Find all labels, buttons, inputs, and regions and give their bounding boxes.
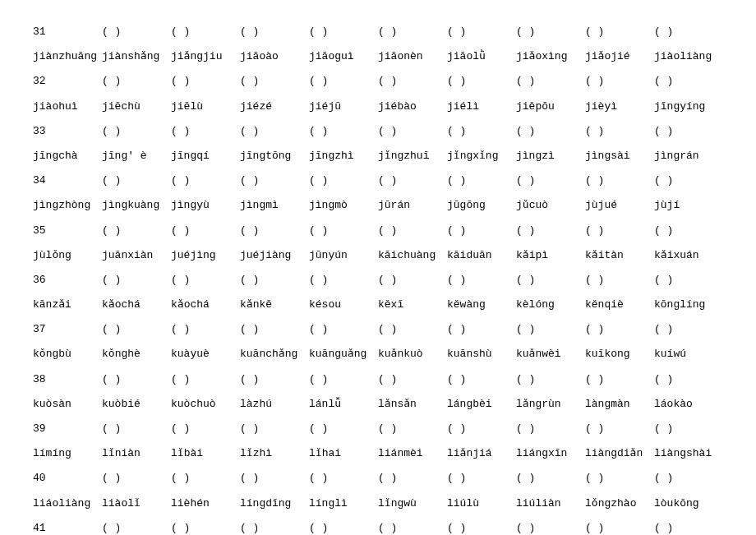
blank-cell: ( ) bbox=[102, 422, 171, 436]
blank-cell: 36 bbox=[33, 273, 102, 288]
pinyin-word: lǐngwù bbox=[378, 497, 417, 510]
pinyin-word: jīngchà bbox=[33, 150, 78, 162]
blank-cell: ( ) bbox=[240, 124, 309, 139]
pinyin-word: liánmèi bbox=[378, 447, 423, 459]
blank-cell: ( ) bbox=[516, 25, 585, 39]
blank-parens: ( ) bbox=[240, 522, 259, 534]
pinyin-cell: kuīkong bbox=[585, 347, 654, 362]
pinyin-cell: jiěpōu bbox=[516, 99, 585, 114]
pinyin-word: jūrán bbox=[378, 199, 410, 211]
blank-cell: ( ) bbox=[240, 25, 309, 39]
pinyin-word: kǎitàn bbox=[585, 249, 624, 261]
blank-parens: ( ) bbox=[654, 472, 673, 484]
pinyin-cell: lǐzhì bbox=[240, 446, 309, 461]
blank-parens: ( ) bbox=[447, 25, 466, 38]
pinyin-cell: lǐngwù bbox=[378, 496, 447, 511]
pinyin-word: jīngqí bbox=[171, 150, 210, 162]
blank-parens: ( ) bbox=[309, 522, 328, 534]
blank-parens: ( ) bbox=[240, 224, 259, 237]
blank-cell: 41 bbox=[33, 521, 102, 535]
pinyin-word: jiēchù bbox=[102, 100, 141, 113]
pinyin-word: liǎnjiá bbox=[447, 447, 492, 459]
pinyin-cell: liúliàn bbox=[516, 496, 585, 511]
pinyin-cell: kěwàng bbox=[447, 297, 516, 312]
blank-cell: ( ) bbox=[378, 74, 447, 89]
blank-parens: ( ) bbox=[102, 75, 121, 87]
pinyin-cell: kuíwú bbox=[654, 347, 723, 362]
pinyin-cell: kǎitàn bbox=[585, 248, 654, 263]
pinyin-word: jiāoguì bbox=[309, 50, 354, 62]
pinyin-cell: jiélì bbox=[447, 99, 516, 114]
blank-cell: 31 bbox=[33, 25, 102, 39]
blank-parens: ( ) bbox=[171, 373, 190, 385]
blank-parens: ( ) bbox=[309, 422, 328, 435]
pinyin-word: jùjué bbox=[585, 199, 617, 211]
pinyin-cell: kǒngbù bbox=[33, 347, 102, 362]
pinyin-word: jǐngzhuī bbox=[378, 150, 429, 162]
pinyin-word: kěxī bbox=[378, 298, 403, 311]
blank-cell: ( ) bbox=[240, 521, 309, 535]
pinyin-word: kǒnghè bbox=[102, 348, 141, 360]
blank-cell: ( ) bbox=[516, 471, 585, 486]
blank-cell: ( ) bbox=[309, 224, 378, 238]
blank-cell: ( ) bbox=[171, 25, 240, 39]
blank-cell: ( ) bbox=[102, 173, 171, 188]
pinyin-word: juānxiàn bbox=[102, 249, 153, 261]
pinyin-word: jiǎngjiu bbox=[171, 50, 222, 62]
blank-cell: ( ) bbox=[171, 173, 240, 188]
pinyin-word: kǎipì bbox=[516, 249, 548, 261]
pinyin-cell: jūnyún bbox=[309, 248, 378, 263]
blank-cell: ( ) bbox=[171, 471, 240, 486]
pinyin-cell: jiébào bbox=[378, 99, 447, 114]
pinyin-word: jiěpōu bbox=[516, 100, 555, 113]
pinyin-word: lǐbài bbox=[171, 447, 203, 459]
blank-cell: 37 bbox=[33, 322, 102, 337]
blank-cell: ( ) bbox=[516, 322, 585, 337]
blank-cell: ( ) bbox=[102, 521, 171, 535]
blank-parens: ( ) bbox=[516, 224, 535, 237]
blank-parens: ( ) bbox=[378, 25, 397, 38]
pinyin-cell: kuòsàn bbox=[33, 397, 102, 412]
pinyin-word: kuàyuè bbox=[171, 348, 210, 360]
blank-parens: ( ) bbox=[654, 422, 673, 435]
blank-cell: ( ) bbox=[654, 124, 723, 139]
blank-cell: ( ) bbox=[378, 124, 447, 139]
blank-cell: ( ) bbox=[447, 322, 516, 337]
pinyin-cell: jièyì bbox=[585, 99, 654, 114]
pinyin-word: kǎochá bbox=[102, 298, 141, 311]
pinyin-word: lánlǚ bbox=[309, 398, 341, 410]
word-row: límínglǐniànlǐbàilǐzhìlǐhailiánmèiliǎnji… bbox=[33, 446, 723, 461]
pinyin-word: jiǎojié bbox=[585, 50, 630, 62]
blank-cell: ( ) bbox=[447, 224, 516, 238]
pinyin-word: jūgōng bbox=[447, 199, 486, 211]
pinyin-word: kuīkong bbox=[585, 348, 630, 360]
pinyin-cell: jīngqí bbox=[171, 149, 240, 164]
blank-parens: ( ) bbox=[102, 125, 121, 137]
blank-parens: ( ) bbox=[378, 522, 397, 534]
pinyin-cell: jiēchù bbox=[102, 99, 171, 114]
pinyin-word: língdīng bbox=[240, 497, 291, 510]
blank-parens: ( ) bbox=[378, 422, 397, 435]
blank-cell: 39 bbox=[33, 422, 102, 436]
blank-cell: ( ) bbox=[102, 471, 171, 486]
pinyin-word: làzhú bbox=[240, 398, 272, 410]
blank-parens: 39 bbox=[33, 422, 46, 435]
pinyin-word: línglì bbox=[309, 497, 348, 510]
word-row: jiànzhuāngjiànshǎngjiǎngjiujiāoàojiāoguì… bbox=[33, 49, 723, 64]
blank-parens: ( ) bbox=[516, 25, 535, 38]
pinyin-word: kōnglíng bbox=[654, 298, 705, 311]
blank-cell: ( ) bbox=[102, 273, 171, 288]
blank-parens: ( ) bbox=[585, 174, 604, 187]
blank-parens: ( ) bbox=[516, 125, 535, 137]
blank-parens: ( ) bbox=[447, 472, 466, 484]
pinyin-cell: kèlóng bbox=[516, 297, 585, 312]
pinyin-word: lǐniàn bbox=[102, 447, 141, 459]
blank-parens: ( ) bbox=[447, 125, 466, 137]
pinyin-word: jiànzhuāng bbox=[33, 50, 97, 62]
pinyin-cell: jiànzhuāng bbox=[33, 49, 102, 64]
blank-cell: ( ) bbox=[378, 322, 447, 337]
blank-parens: ( ) bbox=[654, 75, 673, 87]
blank-parens: ( ) bbox=[585, 522, 604, 534]
blank-cell: ( ) bbox=[102, 74, 171, 89]
pinyin-cell: késou bbox=[309, 297, 378, 312]
